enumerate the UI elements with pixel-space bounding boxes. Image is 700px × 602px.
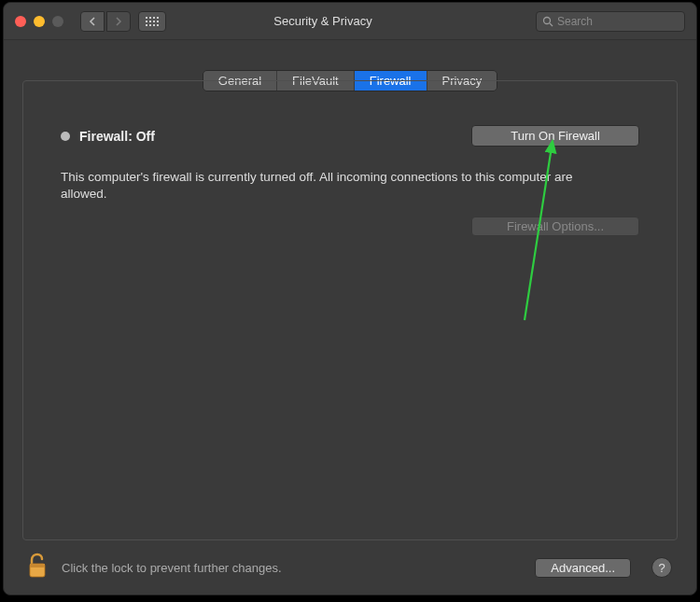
lock-button[interactable]	[28, 553, 49, 582]
maximize-button	[52, 16, 63, 27]
close-button[interactable]	[15, 16, 26, 27]
firewall-status-label: Firewall: Off	[79, 129, 155, 144]
lock-open-icon	[28, 553, 49, 579]
status-indicator	[61, 132, 70, 141]
svg-rect-15	[30, 564, 45, 567]
search-icon	[542, 16, 553, 27]
help-button[interactable]: ?	[651, 557, 672, 578]
minimize-button[interactable]	[34, 16, 45, 27]
advanced-button[interactable]: Advanced...	[535, 558, 631, 578]
firewall-options-button: Firewall Options...	[471, 217, 639, 236]
lock-description: Click the lock to prevent further change…	[62, 561, 522, 575]
search-input[interactable]: Search	[536, 11, 685, 32]
preferences-window: Security & Privacy Search General FileVa…	[3, 2, 697, 595]
content-frame: Firewall: Off Turn On Firewall This comp…	[22, 80, 678, 540]
turn-on-firewall-button[interactable]: Turn On Firewall	[471, 125, 639, 147]
firewall-pane: Firewall: Off Turn On Firewall This comp…	[23, 92, 677, 221]
svg-line-13	[550, 23, 553, 26]
chevron-left-icon	[89, 17, 96, 26]
search-placeholder: Search	[557, 15, 593, 28]
traffic-lights	[15, 16, 63, 27]
back-button[interactable]	[80, 11, 105, 32]
svg-point-12	[544, 17, 551, 23]
footer: Click the lock to prevent further change…	[4, 540, 696, 595]
window-title: Security & Privacy	[110, 14, 536, 28]
firewall-description: This computer's firewall is currently tu…	[61, 169, 593, 203]
titlebar: Security & Privacy Search	[4, 3, 696, 40]
